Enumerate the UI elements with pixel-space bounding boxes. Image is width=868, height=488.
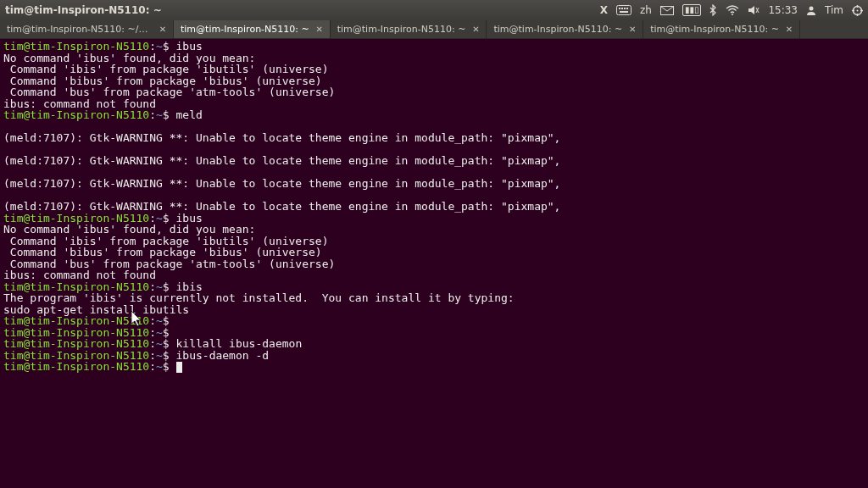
close-icon[interactable]: ✕ — [784, 25, 794, 35]
tab-label: tim@tim-Inspiron-N5110: ~ — [493, 24, 622, 35]
wifi-icon[interactable] — [726, 5, 739, 15]
terminal-line: tim@tim-Inspiron-N5110:~$ ibus — [3, 213, 865, 225]
command-text: ibus-daemon -d — [176, 349, 270, 362]
terminal-line — [3, 190, 865, 202]
tab-label: tim@tim-Inspiron-N5110: ~ — [337, 24, 466, 35]
terminal-line: tim@tim-Inspiron-N5110:~$ ibis — [3, 281, 865, 293]
terminal-line: tim@tim-Inspiron-N5110:~$ ibus-daemon -d — [3, 350, 865, 362]
command-text: meld — [176, 108, 203, 121]
battery-icon[interactable]: ▮▮▯ — [682, 4, 702, 16]
terminal-line: tim@tim-Inspiron-N5110:~$ killall ibus-d… — [3, 338, 865, 350]
terminal-tab-bar: tim@tim-Inspiron-N5110: ~/andro...✕tim@t… — [0, 20, 868, 39]
close-icon[interactable]: ✕ — [470, 25, 481, 35]
session-icon[interactable] — [852, 5, 863, 16]
terminal-line: sudo apt-get install ibutils — [3, 304, 865, 316]
terminal-line: tim@tim-Inspiron-N5110:~$ meld — [3, 109, 865, 121]
sound-icon[interactable] — [748, 5, 760, 15]
terminal-line: Command 'bibus' from package 'bibus' (un… — [3, 247, 865, 258]
svg-rect-2 — [621, 8, 623, 9]
terminal-line: ibus: command not found — [3, 98, 865, 110]
terminal-line: tim@tim-Inspiron-N5110:~$ — [3, 327, 865, 339]
terminal-line: (meld:7107): Gtk-WARNING **: Unable to l… — [3, 132, 865, 144]
prompt-userhost: tim@tim-Inspiron-N5110 — [3, 108, 149, 121]
svg-point-7 — [732, 14, 733, 15]
prompt-path: ~ — [156, 108, 163, 121]
alert-icon[interactable]: X — [600, 4, 608, 16]
svg-point-13 — [857, 9, 859, 11]
terminal-line: (meld:7107): Gtk-WARNING **: Unable to l… — [3, 155, 865, 167]
user-name[interactable]: Tim — [825, 4, 843, 16]
terminal-line: ibus: command not found — [3, 269, 865, 281]
tab-label: tim@tim-Inspiron-N5110: ~ — [181, 24, 309, 35]
prompt-userhost: tim@tim-Inspiron-N5110 — [3, 360, 149, 373]
svg-marker-8 — [748, 6, 754, 14]
terminal-tab-0[interactable]: tim@tim-Inspiron-N5110: ~/andro...✕ — [0, 20, 174, 38]
keyboard-icon[interactable] — [616, 5, 632, 15]
terminal-line: No command 'ibus' found, did you mean: — [3, 53, 865, 64]
bluetooth-icon[interactable] — [709, 4, 717, 16]
terminal-tab-1[interactable]: tim@tim-Inspiron-N5110: ~✕ — [174, 20, 331, 38]
close-icon[interactable]: ✕ — [158, 25, 168, 35]
terminal-area[interactable]: tim@tim-Inspiron-N5110:~$ ibusNo command… — [0, 39, 868, 488]
svg-rect-4 — [626, 8, 628, 9]
terminal-line: tim@tim-Inspiron-N5110:~$ ibus — [3, 41, 865, 53]
terminal-line: Command 'bus' from package 'atm-tools' (… — [3, 86, 865, 98]
svg-rect-0 — [617, 6, 632, 15]
terminal-line: No command 'ibus' found, did you mean: — [3, 224, 865, 236]
indicator-area: X zh ▮▮▯ 15:33 Tim — [600, 4, 863, 16]
svg-rect-5 — [620, 11, 628, 13]
window-title: tim@tim-Inspiron-N5110: ~ — [5, 4, 162, 16]
svg-point-11 — [810, 7, 814, 11]
terminal-tab-2[interactable]: tim@tim-Inspiron-N5110: ~✕ — [331, 20, 487, 38]
terminal-line: (meld:7107): Gtk-WARNING **: Unable to l… — [3, 178, 865, 190]
close-icon[interactable]: ✕ — [627, 25, 637, 35]
terminal-line: The program 'ibis' is currently not inst… — [3, 292, 865, 304]
terminal-line — [3, 121, 865, 133]
user-icon[interactable] — [806, 5, 816, 15]
terminal-line: tim@tim-Inspiron-N5110:~$ — [3, 315, 865, 327]
tab-label: tim@tim-Inspiron-N5110: ~/andro... — [7, 24, 153, 35]
prompt-userhost: tim@tim-Inspiron-N5110 — [3, 40, 149, 53]
terminal-line: Command 'bibus' from package 'bibus' (un… — [3, 75, 865, 87]
terminal-line — [3, 144, 865, 156]
terminal-line: (meld:7107): Gtk-WARNING **: Unable to l… — [3, 201, 865, 213]
terminal-line: Command 'ibis' from package 'ibutils' (u… — [3, 64, 865, 75]
top-menubar: tim@tim-Inspiron-N5110: ~ X zh ▮▮▯ 15:33… — [0, 0, 868, 20]
terminal-tab-3[interactable]: tim@tim-Inspiron-N5110: ~✕ — [487, 20, 643, 38]
terminal-line: Command 'bus' from package 'atm-tools' (… — [3, 258, 865, 270]
input-method-indicator[interactable]: zh — [640, 4, 652, 16]
svg-rect-1 — [619, 8, 620, 9]
close-icon[interactable]: ✕ — [314, 25, 325, 35]
terminal-line — [3, 167, 865, 179]
prompt-path: ~ — [156, 40, 163, 53]
terminal-line: tim@tim-Inspiron-N5110:~$ — [3, 361, 865, 373]
terminal-tab-4[interactable]: tim@tim-Inspiron-N5110: ~✕ — [643, 20, 800, 38]
prompt-path: ~ — [156, 360, 163, 373]
mail-icon[interactable] — [660, 6, 674, 15]
command-text: ibus — [176, 40, 203, 53]
svg-rect-3 — [624, 8, 626, 9]
terminal-line: Command 'ibis' from package 'ibutils' (u… — [3, 236, 865, 247]
tab-label: tim@tim-Inspiron-N5110: ~ — [650, 24, 779, 35]
clock[interactable]: 15:33 — [768, 4, 798, 16]
terminal-cursor — [176, 362, 182, 373]
